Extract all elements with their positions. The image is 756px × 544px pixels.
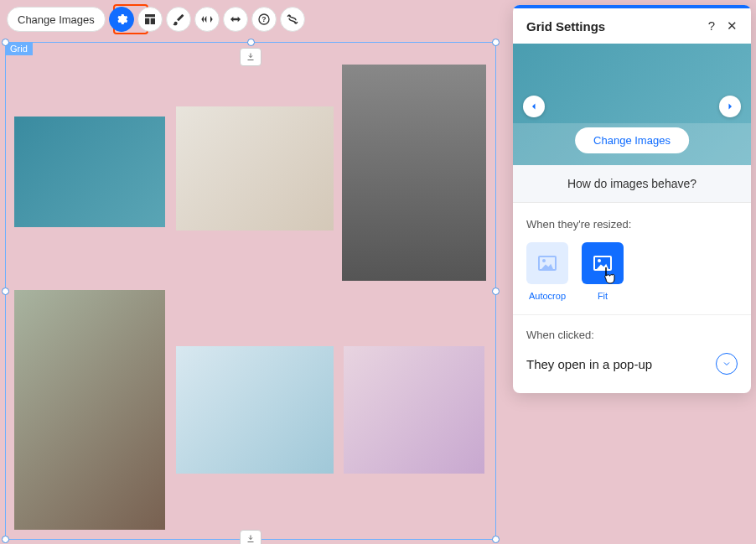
- panel-hero: Change Images: [513, 44, 751, 165]
- download-icon: [246, 534, 256, 544]
- layouts-button[interactable]: [137, 7, 163, 32]
- chevron-down-icon: [722, 359, 732, 369]
- resize-label: When they're resized:: [526, 218, 738, 231]
- help-button[interactable]: ?: [251, 7, 277, 32]
- mode-autocrop[interactable]: Autocrop: [526, 242, 568, 301]
- settings-button[interactable]: [109, 7, 134, 32]
- layout-icon: [143, 13, 157, 26]
- download-icon: [246, 52, 256, 62]
- help-icon: ?: [257, 13, 271, 26]
- image-icon: [593, 256, 612, 271]
- panel-close-button[interactable]: ✕: [727, 18, 738, 34]
- stretch-button[interactable]: [223, 7, 248, 32]
- toolbar: Change Images ?: [7, 7, 305, 32]
- grid-image[interactable]: [14, 117, 165, 227]
- stretch-icon: [229, 13, 242, 26]
- mode-fit-label: Fit: [598, 291, 608, 301]
- resize-section: When they're resized: Autocrop Fit: [513, 203, 751, 314]
- resize-handle[interactable]: [2, 39, 9, 46]
- click-value: They open in a pop-up: [526, 357, 652, 371]
- animation-button[interactable]: [194, 7, 220, 32]
- grid-image[interactable]: [176, 346, 334, 474]
- hero-prev-button[interactable]: [523, 96, 545, 117]
- change-images-button[interactable]: Change Images: [7, 7, 106, 32]
- svg-text:?: ?: [261, 15, 266, 23]
- brush-icon: [172, 13, 185, 26]
- gear-icon: [115, 13, 128, 26]
- resize-handle[interactable]: [247, 39, 255, 46]
- panel-subheading: How do images behave?: [513, 165, 751, 203]
- chevron-left-icon: [529, 101, 539, 111]
- resize-handle[interactable]: [2, 288, 9, 295]
- canvas-label: Grid: [5, 42, 33, 55]
- panel-title: Grid Settings: [526, 19, 605, 34]
- grid-image[interactable]: [344, 346, 484, 474]
- grid-image[interactable]: [342, 65, 486, 281]
- panel-header: Grid Settings ? ✕: [513, 8, 751, 44]
- grid-canvas[interactable]: Grid: [5, 42, 496, 540]
- resize-handle[interactable]: [2, 536, 9, 543]
- hero-next-button[interactable]: [719, 96, 741, 117]
- swap-icon: [286, 13, 299, 26]
- resize-handle[interactable]: [492, 536, 500, 543]
- image-icon: [538, 256, 557, 271]
- click-section: When clicked: They open in a pop-up: [513, 314, 751, 393]
- design-button[interactable]: [166, 7, 191, 32]
- more-button[interactable]: [280, 7, 305, 32]
- chevron-right-icon: [725, 101, 735, 111]
- grid-image[interactable]: [14, 290, 165, 530]
- resize-handle[interactable]: [492, 288, 500, 295]
- attach-bottom-button[interactable]: [240, 530, 261, 544]
- attach-top-button[interactable]: [240, 48, 261, 66]
- panel-help-button[interactable]: ?: [708, 18, 715, 34]
- mode-fit[interactable]: Fit: [582, 242, 624, 301]
- hero-change-images-button[interactable]: Change Images: [575, 127, 689, 153]
- grid-image[interactable]: [176, 106, 334, 231]
- click-expand-button[interactable]: [716, 353, 738, 375]
- settings-panel: Grid Settings ? ✕ Change Images How do i…: [513, 5, 751, 393]
- click-label: When clicked:: [526, 329, 738, 341]
- mode-autocrop-label: Autocrop: [529, 291, 566, 301]
- animation-icon: [200, 13, 214, 26]
- resize-handle[interactable]: [492, 39, 500, 46]
